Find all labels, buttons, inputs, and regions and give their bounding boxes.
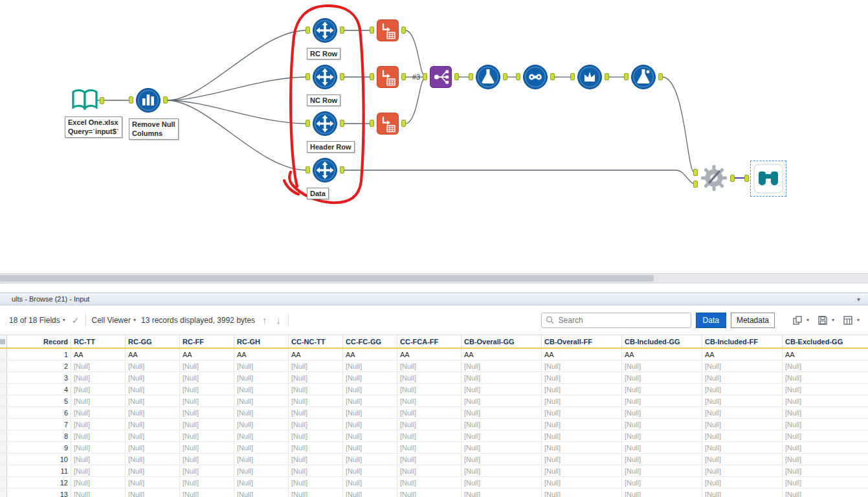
input-data-tool[interactable]	[71, 87, 99, 116]
cell[interactable]: [Null]	[462, 384, 542, 395]
cell[interactable]: [Null]	[289, 384, 343, 395]
row-gutter[interactable]	[0, 348, 7, 360]
output-anchor[interactable]	[340, 73, 344, 80]
input-anchor[interactable]	[570, 73, 575, 80]
cell[interactable]: [Null]	[180, 489, 234, 497]
formula-tool[interactable]	[475, 64, 501, 93]
output-anchor[interactable]	[454, 73, 459, 80]
cell[interactable]: [Null]	[180, 419, 234, 430]
input-anchor[interactable]	[306, 73, 310, 80]
fields-dropdown[interactable]: 18 of 18 Fields ▾	[9, 316, 65, 325]
cell[interactable]: AA	[783, 348, 868, 360]
column-header-record[interactable]: Record	[7, 335, 71, 348]
cell[interactable]: [Null]	[289, 454, 343, 465]
cell[interactable]: [Null]	[71, 430, 126, 442]
cell[interactable]: [Null]	[234, 489, 289, 497]
annotation-input[interactable]: Excel One.xlsx Query=`input$`	[65, 116, 122, 138]
row-gutter[interactable]	[0, 360, 7, 372]
cell[interactable]: [Null]	[783, 419, 868, 430]
cell[interactable]: [Null]	[542, 465, 622, 477]
cell[interactable]: [Null]	[234, 419, 289, 430]
cell[interactable]: [Null]	[702, 489, 783, 497]
cell[interactable]: [Null]	[783, 465, 868, 477]
cell[interactable]: [Null]	[397, 465, 462, 477]
cell[interactable]: [Null]	[702, 372, 783, 384]
browse-tool[interactable]	[750, 160, 786, 197]
sample-tool-header-row[interactable]	[312, 111, 338, 139]
row-gutter[interactable]	[0, 395, 7, 407]
output-anchor[interactable]	[658, 73, 663, 80]
output-anchor[interactable]	[340, 166, 344, 173]
input-anchor[interactable]	[306, 120, 310, 127]
output-anchor[interactable]	[100, 97, 104, 104]
cell[interactable]: [Null]	[126, 360, 180, 372]
row-gutter[interactable]	[0, 384, 7, 395]
cell[interactable]: [Null]	[397, 384, 462, 395]
column-header[interactable]: RC-GG	[126, 335, 180, 348]
cell[interactable]: [Null]	[71, 454, 126, 465]
cell[interactable]: [Null]	[343, 419, 397, 430]
cell[interactable]: [Null]	[289, 372, 343, 384]
cell[interactable]: [Null]	[343, 407, 397, 419]
cell[interactable]: [Null]	[542, 430, 622, 442]
cell[interactable]: [Null]	[343, 477, 397, 489]
transpose-tool-1[interactable]	[376, 19, 399, 45]
cell[interactable]: [Null]	[126, 430, 180, 442]
cell[interactable]: [Null]	[462, 454, 542, 465]
cell[interactable]: [Null]	[783, 360, 868, 372]
save-options-button[interactable]: ▾	[816, 314, 836, 327]
cell[interactable]: [Null]	[622, 395, 702, 407]
cell[interactable]: AA	[126, 348, 180, 360]
cell[interactable]: AA	[542, 348, 622, 360]
cell[interactable]: [Null]	[622, 454, 702, 465]
cell[interactable]: [Null]	[622, 442, 702, 454]
remove-null-columns-tool[interactable]	[135, 87, 161, 116]
cell[interactable]: [Null]	[71, 407, 126, 419]
cell[interactable]: [Null]	[542, 384, 622, 395]
cell[interactable]: [Null]	[180, 430, 234, 442]
cell[interactable]: [Null]	[462, 407, 542, 419]
cell[interactable]: [Null]	[783, 454, 868, 465]
cell[interactable]: [Null]	[622, 372, 702, 384]
input-anchor[interactable]	[423, 73, 427, 80]
workflow-canvas[interactable]: Excel One.xlsx Query=`input$` Remove Nul…	[0, 0, 868, 273]
cell[interactable]: [Null]	[180, 395, 234, 407]
cell[interactable]: [Null]	[126, 465, 180, 477]
row-gutter[interactable]	[0, 489, 7, 497]
cell[interactable]: [Null]	[397, 477, 462, 489]
cell[interactable]: [Null]	[542, 360, 622, 372]
cell[interactable]: [Null]	[542, 372, 622, 384]
union-tool[interactable]	[522, 64, 548, 93]
results-grid[interactable]: RecordRC-TTRC-GGRC-FFRC-GHCC-NC-TTCC-FC-…	[0, 335, 868, 497]
metadata-tab-button[interactable]: Metadata	[731, 313, 775, 328]
cell[interactable]: [Null]	[126, 442, 180, 454]
cell[interactable]: [Null]	[702, 465, 783, 477]
input-anchor-2[interactable]	[693, 181, 698, 188]
checkmark-icon[interactable]: ✓	[72, 315, 80, 326]
output-anchor[interactable]	[730, 175, 735, 182]
sample-tool-rc-row[interactable]	[312, 17, 338, 46]
output-anchor[interactable]	[401, 120, 406, 127]
sample-tool-data[interactable]	[312, 157, 338, 186]
macro-tool[interactable]	[700, 164, 728, 195]
input-anchor[interactable]	[129, 96, 133, 104]
cell[interactable]: AA	[397, 348, 462, 360]
cell[interactable]: [Null]	[343, 454, 397, 465]
cell[interactable]: [Null]	[783, 430, 868, 442]
cell[interactable]: [Null]	[397, 489, 462, 497]
cell[interactable]: [Null]	[180, 384, 234, 395]
cell[interactable]: [Null]	[622, 489, 702, 497]
cell[interactable]: [Null]	[289, 465, 343, 477]
canvas-horizontal-scrollbar[interactable]	[0, 273, 868, 283]
output-anchor[interactable]	[340, 27, 344, 34]
annotation-remove-null[interactable]: Remove Null Columns	[129, 118, 179, 140]
cell[interactable]: [Null]	[462, 477, 542, 489]
cell[interactable]: [Null]	[343, 372, 397, 384]
cell[interactable]: [Null]	[289, 419, 343, 430]
cell[interactable]: [Null]	[343, 395, 397, 407]
column-header[interactable]: CB-Excluded-GG	[783, 335, 868, 348]
cell[interactable]: [Null]	[542, 419, 622, 430]
cell[interactable]: [Null]	[126, 395, 180, 407]
cell[interactable]: AA	[462, 348, 542, 360]
cell[interactable]: [Null]	[71, 442, 126, 454]
